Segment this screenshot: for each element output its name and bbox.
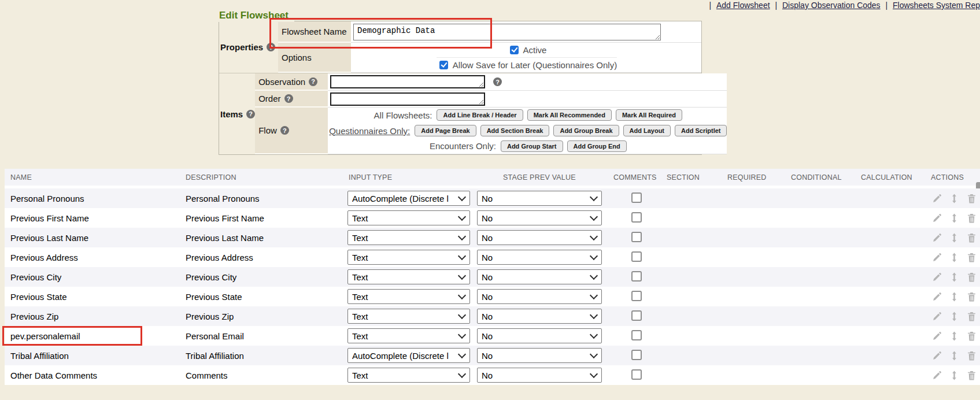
stage-prev-value-select[interactable]: No [477,348,602,363]
input-type-select[interactable]: AutoComplete (Discrete l [347,348,470,363]
input-type-select[interactable]: Text [347,368,470,383]
flow-row: Flow ? All Flowsheets: Add Line Break / … [255,108,727,154]
stage-prev-value: No [482,233,493,243]
stage-prev-value-select[interactable]: No [477,210,602,225]
item-name: Previous First Name [10,213,186,223]
flow-button-add-group-start[interactable]: Add Group Start [501,140,563,152]
comments-checkbox[interactable] [631,212,642,223]
stage-prev-value-select[interactable]: No [477,289,602,304]
flowsheet-items-table: NAME DESCRIPTION INPUT TYPE STAGE PREV V… [5,169,980,385]
move-updown-icon[interactable] [949,233,959,243]
table-row: Previous Zip Previous Zip Text No [5,306,980,326]
delete-trash-icon[interactable] [967,253,977,262]
edit-pencil-icon[interactable] [932,194,942,203]
input-type-select[interactable]: Text [347,250,470,265]
active-checkbox[interactable] [510,46,519,54]
flow-button-add-group-break[interactable]: Add Group Break [553,125,619,136]
delete-trash-icon[interactable] [967,292,977,302]
move-updown-icon[interactable] [949,331,959,341]
delete-trash-icon[interactable] [967,331,977,341]
move-updown-icon[interactable] [949,371,959,380]
help-icon[interactable]: ? [493,77,502,86]
edit-pencil-icon[interactable] [932,331,942,341]
input-type-value: Text [352,253,368,262]
comments-checkbox[interactable] [631,369,642,380]
order-input[interactable] [330,92,485,106]
flow-button-add-layout[interactable]: Add Layout [623,125,671,136]
comments-checkbox[interactable] [631,232,642,242]
comments-checkbox[interactable] [631,291,642,301]
flow-button-add-scriptlet[interactable]: Add Scriptlet [675,125,727,136]
stage-prev-value-select[interactable]: No [477,269,602,284]
delete-trash-icon[interactable] [967,213,977,223]
column-header-actions: ACTIONS [931,173,977,182]
stage-prev-value-select[interactable]: No [477,191,602,206]
input-type-select[interactable]: Text [347,230,470,245]
chevron-down-icon [590,350,598,358]
help-icon[interactable]: ? [246,110,255,118]
flow-button-add-page-break[interactable]: Add Page Break [415,125,476,136]
move-updown-icon[interactable] [949,253,959,262]
comments-checkbox[interactable] [631,350,642,360]
help-icon[interactable]: ? [267,43,275,51]
link-flowsheets-system-report[interactable]: Flowsheets System Rep [893,1,980,10]
move-updown-icon[interactable] [949,312,959,321]
move-updown-icon[interactable] [949,272,959,282]
flow-button-mark-all-recommended[interactable]: Mark All Recommended [527,109,612,121]
edit-pencil-icon[interactable] [932,292,942,302]
chevron-down-icon [590,272,598,280]
delete-trash-icon[interactable] [967,233,977,243]
stage-prev-value-select[interactable]: No [477,250,602,265]
items-label-text: Items [220,109,243,119]
input-type-select[interactable]: Text [347,210,470,225]
delete-trash-icon[interactable] [967,312,977,321]
edit-pencil-icon[interactable] [932,213,942,223]
edit-pencil-icon[interactable] [932,351,942,361]
input-type-select[interactable]: Text [347,269,470,284]
edit-pencil-icon[interactable] [932,371,942,380]
item-name: Previous Zip [10,312,186,321]
comments-checkbox[interactable] [631,192,642,203]
stage-prev-value-select[interactable]: No [477,328,602,343]
stage-prev-value-select[interactable]: No [477,230,602,245]
edit-pencil-icon[interactable] [932,233,942,243]
input-type-select[interactable]: AutoComplete (Discrete l [347,191,470,206]
move-updown-icon[interactable] [949,213,959,223]
edit-pencil-icon[interactable] [932,272,942,282]
help-icon[interactable]: ? [284,94,293,103]
link-add-flowsheet[interactable]: Add Flowsheet [716,1,770,10]
delete-trash-icon[interactable] [967,371,977,380]
observation-input[interactable] [330,75,485,88]
allow-save-checkbox[interactable] [439,61,448,69]
comments-checkbox[interactable] [631,310,642,321]
properties-label-text: Properties [220,42,263,52]
stage-prev-value-select[interactable]: No [477,309,602,324]
flow-button-add-line-break-header[interactable]: Add Line Break / Header [437,109,523,121]
comments-checkbox[interactable] [631,251,642,262]
comments-checkbox[interactable] [631,271,642,282]
move-updown-icon[interactable] [949,194,959,203]
move-updown-icon[interactable] [949,292,959,302]
flow-button-add-group-end[interactable]: Add Group End [567,140,627,152]
flow-button-mark-all-required[interactable]: Mark All Required [616,109,682,121]
stage-prev-value-select[interactable]: No [477,368,602,383]
input-type-select[interactable]: Text [347,328,470,343]
help-icon[interactable]: ? [309,77,317,86]
active-checkbox-label: Active [523,45,547,55]
chevron-down-icon [590,311,598,319]
comments-checkbox[interactable] [631,330,642,340]
delete-trash-icon[interactable] [967,194,977,203]
input-type-select[interactable]: Text [347,309,470,324]
delete-trash-icon[interactable] [967,272,977,282]
help-icon[interactable]: ? [280,126,289,135]
edit-pencil-icon[interactable] [932,253,942,262]
input-type-select[interactable]: Text [347,289,470,304]
items-section: Items ? Observation ? ? Order [219,73,701,154]
move-updown-icon[interactable] [949,351,959,361]
edit-pencil-icon[interactable] [932,312,942,321]
link-display-observation-codes[interactable]: Display Observation Codes [782,1,881,10]
flowsheet-name-input[interactable]: Demographic Data [353,24,661,40]
flow-button-add-section-break[interactable]: Add Section Break [480,125,550,136]
stage-prev-value: No [482,272,493,282]
delete-trash-icon[interactable] [967,351,977,361]
